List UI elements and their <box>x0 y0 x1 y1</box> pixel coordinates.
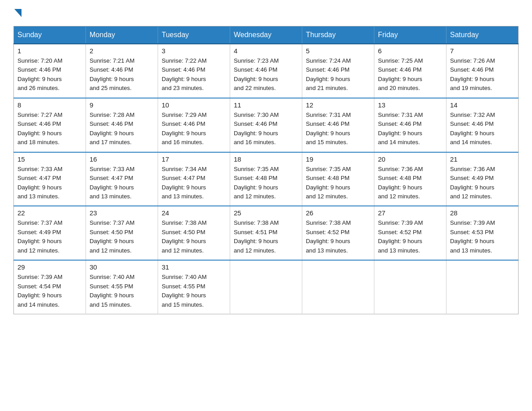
day-header-monday: Monday <box>86 26 158 44</box>
calendar-cell: 11 Sunrise: 7:30 AMSunset: 4:46 PMDaylig… <box>230 98 302 152</box>
calendar-cell: 2 Sunrise: 7:21 AMSunset: 4:46 PMDayligh… <box>86 44 158 98</box>
day-number: 14 <box>450 101 515 109</box>
day-info: Sunrise: 7:40 AMSunset: 4:55 PMDaylight:… <box>162 273 226 309</box>
day-info: Sunrise: 7:26 AMSunset: 4:46 PMDaylight:… <box>450 56 515 93</box>
calendar-cell <box>446 260 519 314</box>
calendar-week-row: 15 Sunrise: 7:33 AMSunset: 4:47 PMDaylig… <box>14 152 519 206</box>
day-number: 11 <box>234 101 298 109</box>
calendar-cell: 16 Sunrise: 7:33 AMSunset: 4:47 PMDaylig… <box>86 152 158 206</box>
day-number: 27 <box>378 209 442 217</box>
day-number: 30 <box>90 263 154 271</box>
calendar-cell <box>302 260 374 314</box>
day-number: 20 <box>378 155 442 163</box>
day-header-thursday: Thursday <box>302 26 374 44</box>
calendar-cell: 18 Sunrise: 7:35 AMSunset: 4:48 PMDaylig… <box>230 152 302 206</box>
day-number: 5 <box>306 47 370 55</box>
calendar-cell: 1 Sunrise: 7:20 AMSunset: 4:46 PMDayligh… <box>14 44 86 98</box>
day-number: 2 <box>90 47 154 55</box>
day-info: Sunrise: 7:29 AMSunset: 4:46 PMDaylight:… <box>162 111 226 147</box>
day-number: 22 <box>17 209 82 217</box>
day-info: Sunrise: 7:35 AMSunset: 4:48 PMDaylight:… <box>234 165 298 201</box>
calendar-cell: 30 Sunrise: 7:40 AMSunset: 4:55 PMDaylig… <box>86 260 158 314</box>
calendar-cell: 24 Sunrise: 7:38 AMSunset: 4:50 PMDaylig… <box>158 206 230 260</box>
svg-marker-0 <box>14 9 21 17</box>
calendar-cell <box>374 260 446 314</box>
day-number: 21 <box>450 155 515 163</box>
day-number: 25 <box>234 209 298 217</box>
calendar-week-row: 22 Sunrise: 7:37 AMSunset: 4:49 PMDaylig… <box>14 206 519 260</box>
day-header-sunday: Sunday <box>14 26 86 44</box>
calendar-cell: 28 Sunrise: 7:39 AMSunset: 4:53 PMDaylig… <box>446 206 519 260</box>
calendar-cell: 26 Sunrise: 7:38 AMSunset: 4:52 PMDaylig… <box>302 206 374 260</box>
day-number: 28 <box>450 209 515 217</box>
calendar-week-row: 8 Sunrise: 7:27 AMSunset: 4:46 PMDayligh… <box>14 98 519 152</box>
calendar-cell: 8 Sunrise: 7:27 AMSunset: 4:46 PMDayligh… <box>14 98 86 152</box>
day-number: 17 <box>162 155 226 163</box>
calendar-cell: 17 Sunrise: 7:34 AMSunset: 4:47 PMDaylig… <box>158 152 230 206</box>
day-number: 19 <box>306 155 370 163</box>
calendar-cell: 14 Sunrise: 7:32 AMSunset: 4:46 PMDaylig… <box>446 98 519 152</box>
calendar-header-row: SundayMondayTuesdayWednesdayThursdayFrid… <box>14 26 519 44</box>
day-number: 10 <box>162 101 226 109</box>
day-number: 15 <box>17 155 82 163</box>
day-header-wednesday: Wednesday <box>230 26 302 44</box>
calendar-week-row: 1 Sunrise: 7:20 AMSunset: 4:46 PMDayligh… <box>14 44 519 98</box>
day-info: Sunrise: 7:31 AMSunset: 4:46 PMDaylight:… <box>306 111 370 147</box>
day-info: Sunrise: 7:38 AMSunset: 4:50 PMDaylight:… <box>162 218 226 255</box>
calendar-cell: 29 Sunrise: 7:39 AMSunset: 4:54 PMDaylig… <box>14 260 86 314</box>
day-info: Sunrise: 7:28 AMSunset: 4:46 PMDaylight:… <box>90 111 154 147</box>
day-info: Sunrise: 7:37 AMSunset: 4:49 PMDaylight:… <box>17 218 82 255</box>
calendar-week-row: 29 Sunrise: 7:39 AMSunset: 4:54 PMDaylig… <box>14 260 519 314</box>
calendar-cell: 19 Sunrise: 7:35 AMSunset: 4:48 PMDaylig… <box>302 152 374 206</box>
day-number: 31 <box>162 263 226 271</box>
calendar-cell: 31 Sunrise: 7:40 AMSunset: 4:55 PMDaylig… <box>158 260 230 314</box>
calendar-cell: 7 Sunrise: 7:26 AMSunset: 4:46 PMDayligh… <box>446 44 519 98</box>
calendar-table: SundayMondayTuesdayWednesdayThursdayFrid… <box>13 26 519 314</box>
day-info: Sunrise: 7:27 AMSunset: 4:46 PMDaylight:… <box>17 111 82 147</box>
day-number: 9 <box>90 101 154 109</box>
day-info: Sunrise: 7:33 AMSunset: 4:47 PMDaylight:… <box>90 165 154 201</box>
calendar-cell: 23 Sunrise: 7:37 AMSunset: 4:50 PMDaylig… <box>86 206 158 260</box>
calendar-cell: 5 Sunrise: 7:24 AMSunset: 4:46 PMDayligh… <box>302 44 374 98</box>
day-info: Sunrise: 7:40 AMSunset: 4:55 PMDaylight:… <box>90 273 154 309</box>
day-info: Sunrise: 7:38 AMSunset: 4:51 PMDaylight:… <box>234 218 298 255</box>
day-number: 26 <box>306 209 370 217</box>
day-info: Sunrise: 7:36 AMSunset: 4:49 PMDaylight:… <box>450 165 515 201</box>
day-header-saturday: Saturday <box>446 26 519 44</box>
day-info: Sunrise: 7:32 AMSunset: 4:46 PMDaylight:… <box>450 111 515 147</box>
calendar-cell <box>230 260 302 314</box>
calendar-cell: 20 Sunrise: 7:36 AMSunset: 4:48 PMDaylig… <box>374 152 446 206</box>
day-info: Sunrise: 7:36 AMSunset: 4:48 PMDaylight:… <box>378 165 442 201</box>
calendar-cell: 10 Sunrise: 7:29 AMSunset: 4:46 PMDaylig… <box>158 98 230 152</box>
day-info: Sunrise: 7:33 AMSunset: 4:47 PMDaylight:… <box>17 165 82 201</box>
day-info: Sunrise: 7:38 AMSunset: 4:52 PMDaylight:… <box>306 218 370 255</box>
day-info: Sunrise: 7:24 AMSunset: 4:46 PMDaylight:… <box>306 56 370 93</box>
day-number: 7 <box>450 47 515 55</box>
calendar-cell: 21 Sunrise: 7:36 AMSunset: 4:49 PMDaylig… <box>446 152 519 206</box>
day-info: Sunrise: 7:20 AMSunset: 4:46 PMDaylight:… <box>17 56 82 93</box>
day-number: 18 <box>234 155 298 163</box>
day-info: Sunrise: 7:39 AMSunset: 4:53 PMDaylight:… <box>450 218 515 255</box>
day-info: Sunrise: 7:21 AMSunset: 4:46 PMDaylight:… <box>90 56 154 93</box>
calendar-cell: 6 Sunrise: 7:25 AMSunset: 4:46 PMDayligh… <box>374 44 446 98</box>
day-header-friday: Friday <box>374 26 446 44</box>
day-info: Sunrise: 7:23 AMSunset: 4:46 PMDaylight:… <box>234 56 298 93</box>
calendar-cell: 3 Sunrise: 7:22 AMSunset: 4:46 PMDayligh… <box>158 44 230 98</box>
logo <box>13 9 22 18</box>
day-header-tuesday: Tuesday <box>158 26 230 44</box>
calendar-cell: 27 Sunrise: 7:39 AMSunset: 4:52 PMDaylig… <box>374 206 446 260</box>
logo-triangle-icon <box>14 9 21 17</box>
day-number: 13 <box>378 101 442 109</box>
day-info: Sunrise: 7:25 AMSunset: 4:46 PMDaylight:… <box>378 56 442 93</box>
day-info: Sunrise: 7:31 AMSunset: 4:46 PMDaylight:… <box>378 111 442 147</box>
day-info: Sunrise: 7:22 AMSunset: 4:46 PMDaylight:… <box>162 56 226 93</box>
day-info: Sunrise: 7:30 AMSunset: 4:46 PMDaylight:… <box>234 111 298 147</box>
day-number: 8 <box>17 101 82 109</box>
day-number: 16 <box>90 155 154 163</box>
calendar-cell: 4 Sunrise: 7:23 AMSunset: 4:46 PMDayligh… <box>230 44 302 98</box>
calendar-cell: 15 Sunrise: 7:33 AMSunset: 4:47 PMDaylig… <box>14 152 86 206</box>
page-header <box>13 9 519 18</box>
day-info: Sunrise: 7:39 AMSunset: 4:52 PMDaylight:… <box>378 218 442 255</box>
calendar-cell: 13 Sunrise: 7:31 AMSunset: 4:46 PMDaylig… <box>374 98 446 152</box>
day-number: 6 <box>378 47 442 55</box>
